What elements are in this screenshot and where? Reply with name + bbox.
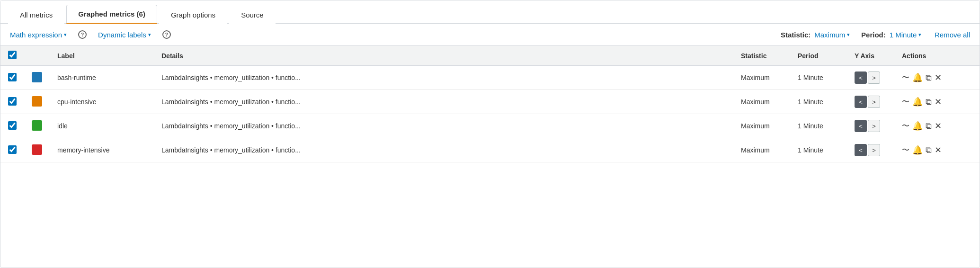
remove-icon[interactable]: ✕ xyxy=(935,122,942,130)
color-swatch[interactable] xyxy=(32,96,42,107)
tab-all-metrics[interactable]: All metrics xyxy=(8,6,64,24)
trend-icon[interactable]: 〜 xyxy=(902,74,909,81)
row-actions: 〜 🔔 ⧉ ✕ xyxy=(894,66,980,90)
action-buttons: 〜 🔔 ⧉ ✕ xyxy=(902,122,972,130)
row-checkbox-cell xyxy=(0,114,24,138)
row-label: memory-intensive xyxy=(50,138,154,162)
yaxis-controls: < > xyxy=(855,96,887,108)
row-details: LambdaInsights • memory_utilization • fu… xyxy=(154,138,733,162)
math-expression-chevron-icon: ▾ xyxy=(64,32,67,38)
th-checkbox xyxy=(0,46,24,66)
alarm-icon[interactable]: 🔔 xyxy=(912,122,923,130)
row-yaxis: < > xyxy=(847,66,894,90)
row-checkbox[interactable] xyxy=(8,73,17,81)
tabs-row: All metrics Graphed metrics (6) Graph op… xyxy=(0,0,980,24)
alarm-icon[interactable]: 🔔 xyxy=(912,73,923,82)
table-row: memory-intensive LambdaInsights • memory… xyxy=(0,138,980,162)
trend-icon[interactable]: 〜 xyxy=(902,98,909,106)
toolbar-left: Math expression ▾ ? Dynamic labels ▾ ? xyxy=(10,30,171,39)
yaxis-controls: < > xyxy=(855,71,887,84)
yaxis-right-button[interactable]: > xyxy=(868,144,880,156)
row-checkbox-cell xyxy=(0,90,24,114)
row-yaxis: < > xyxy=(847,90,894,114)
yaxis-right-button[interactable]: > xyxy=(868,96,880,108)
statistic-prefix: Statistic: xyxy=(781,31,811,39)
metrics-table: Label Details Statistic Period Y Axis Ac… xyxy=(0,46,980,162)
row-period: 1 Minute xyxy=(790,66,847,90)
yaxis-right-button[interactable]: > xyxy=(868,71,880,84)
row-yaxis: < > xyxy=(847,114,894,138)
row-checkbox[interactable] xyxy=(8,121,17,130)
row-color-cell xyxy=(24,114,50,138)
color-swatch[interactable] xyxy=(32,120,42,131)
color-swatch[interactable] xyxy=(32,144,42,155)
period-dropdown[interactable]: 1 Minute ▾ xyxy=(890,31,922,39)
period-prefix: Period: xyxy=(861,31,886,39)
copy-icon[interactable]: ⧉ xyxy=(926,73,932,82)
copy-icon[interactable]: ⧉ xyxy=(926,98,932,106)
toolbar-right: Statistic: Maximum ▾ Period: 1 Minute ▾ … xyxy=(781,31,970,39)
tab-graphed-metrics[interactable]: Graphed metrics (6) xyxy=(66,5,157,24)
table-row: bash-runtime LambdaInsights • memory_uti… xyxy=(0,66,980,90)
th-details: Details xyxy=(154,46,733,66)
remove-all-button[interactable]: Remove all xyxy=(935,31,970,39)
remove-icon[interactable]: ✕ xyxy=(935,73,942,82)
action-buttons: 〜 🔔 ⧉ ✕ xyxy=(902,73,972,82)
remove-icon[interactable]: ✕ xyxy=(935,98,942,106)
yaxis-controls: < > xyxy=(855,120,887,132)
th-color xyxy=(24,46,50,66)
row-period: 1 Minute xyxy=(790,138,847,162)
row-checkbox[interactable] xyxy=(8,145,17,154)
alarm-icon[interactable]: 🔔 xyxy=(912,98,923,106)
row-color-cell xyxy=(24,66,50,90)
copy-icon[interactable]: ⧉ xyxy=(926,122,932,130)
row-yaxis: < > xyxy=(847,138,894,162)
row-period: 1 Minute xyxy=(790,90,847,114)
th-label: Label xyxy=(50,46,154,66)
th-yaxis: Y Axis xyxy=(847,46,894,66)
action-buttons: 〜 🔔 ⧉ ✕ xyxy=(902,98,972,106)
row-color-cell xyxy=(24,138,50,162)
period-chevron-icon: ▾ xyxy=(918,32,921,38)
color-swatch[interactable] xyxy=(32,72,42,82)
math-expression-help-icon[interactable]: ? xyxy=(78,30,87,39)
alarm-icon[interactable]: 🔔 xyxy=(912,146,923,154)
yaxis-left-button[interactable]: < xyxy=(855,120,867,132)
yaxis-controls: < > xyxy=(855,144,887,156)
yaxis-right-button[interactable]: > xyxy=(868,120,880,132)
row-details: LambdaInsights • memory_utilization • fu… xyxy=(154,114,733,138)
row-details: LambdaInsights • memory_utilization • fu… xyxy=(154,66,733,90)
select-all-checkbox[interactable] xyxy=(8,51,17,59)
trend-icon[interactable]: 〜 xyxy=(902,146,909,154)
th-period: Period xyxy=(790,46,847,66)
yaxis-left-button[interactable]: < xyxy=(855,71,867,84)
row-actions: 〜 🔔 ⧉ ✕ xyxy=(894,114,980,138)
row-details: LambdaInsights • memory_utilization • fu… xyxy=(154,90,733,114)
table-header-row: Label Details Statistic Period Y Axis Ac… xyxy=(0,46,980,66)
th-statistic: Statistic xyxy=(733,46,790,66)
tab-source[interactable]: Source xyxy=(229,6,276,24)
th-actions: Actions xyxy=(894,46,980,66)
statistic-dropdown[interactable]: Maximum ▾ xyxy=(814,31,850,39)
row-statistic: Maximum xyxy=(733,90,790,114)
math-expression-dropdown[interactable]: Math expression ▾ xyxy=(10,31,67,39)
yaxis-left-button[interactable]: < xyxy=(855,96,867,108)
trend-icon[interactable]: 〜 xyxy=(902,122,909,130)
toolbar: Math expression ▾ ? Dynamic labels ▾ ? S… xyxy=(0,24,980,46)
row-actions: 〜 🔔 ⧉ ✕ xyxy=(894,138,980,162)
table-row: cpu-intensive LambdaInsights • memory_ut… xyxy=(0,90,980,114)
action-buttons: 〜 🔔 ⧉ ✕ xyxy=(902,146,972,154)
row-color-cell xyxy=(24,90,50,114)
copy-icon[interactable]: ⧉ xyxy=(926,146,932,154)
yaxis-left-button[interactable]: < xyxy=(855,144,867,156)
row-label: bash-runtime xyxy=(50,66,154,90)
dynamic-labels-dropdown[interactable]: Dynamic labels ▾ xyxy=(98,31,151,39)
remove-icon[interactable]: ✕ xyxy=(935,146,942,154)
row-label: idle xyxy=(50,114,154,138)
tab-graph-options[interactable]: Graph options xyxy=(159,6,227,24)
dynamic-labels-help-icon[interactable]: ? xyxy=(162,30,171,39)
row-checkbox[interactable] xyxy=(8,97,17,106)
row-statistic: Maximum xyxy=(733,114,790,138)
main-container: All metrics Graphed metrics (6) Graph op… xyxy=(0,0,980,268)
row-label: cpu-intensive xyxy=(50,90,154,114)
